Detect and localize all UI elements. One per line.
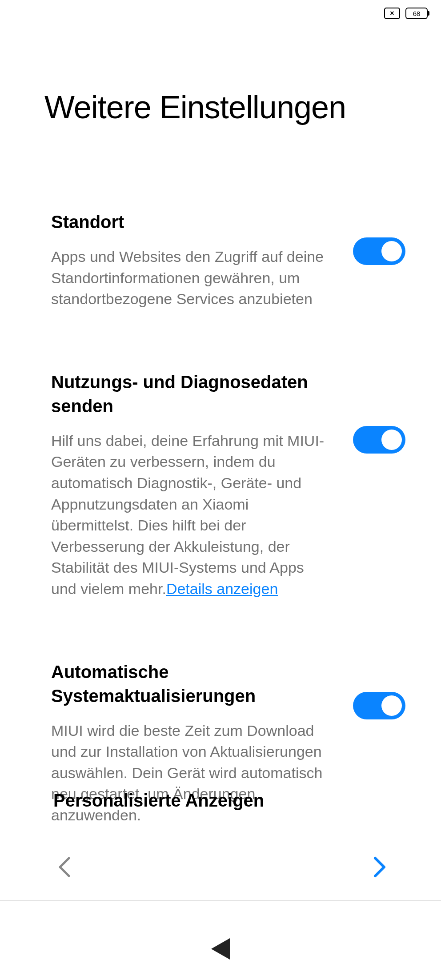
status-bar: × 68 — [0, 0, 441, 27]
toggle-knob — [381, 241, 402, 261]
setting-diagnostics-title: Nutzungs- und Diagnosedaten senden — [51, 370, 331, 418]
battery-icon: 68 — [405, 8, 428, 19]
back-triangle-icon[interactable] — [211, 938, 230, 960]
system-nav-bar — [0, 918, 441, 980]
chevron-forward-icon[interactable] — [373, 856, 386, 882]
toggle-location[interactable] — [353, 237, 405, 265]
setting-personalized-ads-title: Personalisierte Anzeigen — [36, 791, 264, 811]
setting-diagnostics[interactable]: Nutzungs- und Diagnosedaten senden Hilf … — [51, 370, 405, 600]
toggle-auto-updates[interactable] — [353, 692, 405, 719]
page-title: Weitere Einstellungen — [0, 27, 441, 125]
setting-location-description: Apps und Websites den Zugriff auf deine … — [51, 246, 331, 310]
sim-status-icon: × — [384, 8, 400, 19]
setting-diagnostics-description: Hilf uns dabei, deine Erfahrung mit MIUI… — [51, 430, 331, 600]
divider — [0, 900, 441, 901]
setting-location-title: Standort — [51, 210, 331, 234]
toggle-knob — [381, 430, 402, 450]
details-link[interactable]: Details anzeigen — [166, 580, 278, 597]
toggle-knob — [381, 695, 402, 716]
nav-bar — [0, 831, 441, 882]
setting-auto-updates-title: Automatische Systemaktualisierungen — [51, 660, 331, 708]
chevron-back-icon[interactable] — [58, 856, 71, 882]
setting-location[interactable]: Standort Apps und Websites den Zugriff a… — [51, 210, 405, 310]
settings-list: Standort Apps und Websites den Zugriff a… — [0, 125, 441, 826]
toggle-diagnostics[interactable] — [353, 426, 405, 454]
